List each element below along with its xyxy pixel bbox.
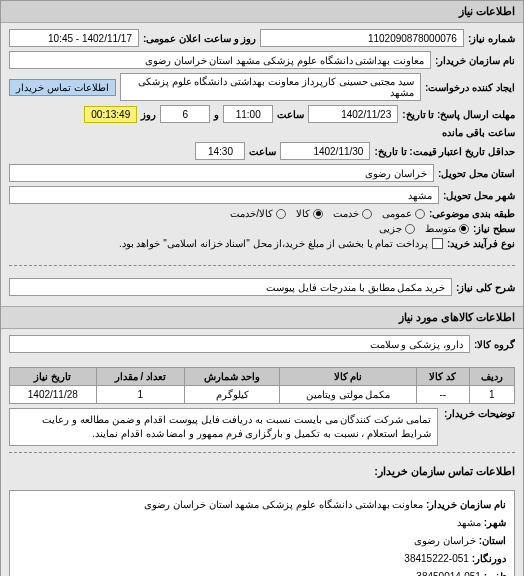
group-field: دارو، پزشکی و سلامت [9,335,470,353]
table-header-row: ردیف کد کالا نام کالا واحد شمارش تعداد /… [10,368,515,386]
need-level-radios: متوسط جزیی [379,223,469,234]
c-org-value: معاونت بهداشتی دانشگاه علوم پزشکی مشهد ا… [144,499,423,510]
cell-date: 1402/11/28 [10,386,97,404]
th-row: ردیف [469,368,514,386]
th-name: نام کالا [280,368,417,386]
deadline-reply-time: 11:00 [223,105,273,123]
radio-mid-label: متوسط [425,223,456,234]
buyer-label: نام سازمان خریدار: [435,55,515,66]
process-checkbox-text: پرداخت تمام یا بخشی از مبلغ خرید،از محل … [119,238,428,249]
general-desc-field: خرید مکمل مطابق با مندرجات فایل پیوست [9,278,452,296]
th-code: کد کالا [417,368,469,386]
radio-goods-label: کالا [296,208,310,219]
contact-buyer-button[interactable]: اطلاعات تماس خریدار [9,79,116,96]
group-label: گروه کالا: [474,339,515,350]
cell-code: -- [417,386,469,404]
remaining-time: 00:13:49 [84,106,137,123]
requester-field: سید مجتبی حسینی کارپرداز معاونت بهداشتی … [120,73,422,101]
cell-qty: 1 [96,386,184,404]
c-fax-label: دورنگار: [472,553,506,564]
province-field: خراسان رضوی [9,164,434,182]
table-row: 1 -- مکمل مولتی ویتامین کیلوگرم 1 1402/1… [10,386,515,404]
c-city-label: شهر: [484,517,506,528]
need-level-label: سطح نیاز: [473,223,515,234]
c-tel-value: 051-38450014 [416,571,481,576]
subject-class-radios: عمومی خدمت کالا کالا/خدمت [230,208,425,219]
radio-service[interactable] [362,209,372,219]
contact-header: اطلاعات تماس سازمان خریدار: [374,465,515,477]
radio-partial-label: جزیی [379,223,402,234]
days-prefix: و [214,109,219,120]
deadline-reply-label: مهلت ارسال پاسخ: تا تاریخ: [402,109,515,120]
announce-field: 1402/11/17 - 10:45 [9,29,139,47]
process-label: نوع فرآیند خرید: [447,238,515,249]
buyer-field: معاونت بهداشتی دانشگاه علوم پزشکی مشهد ا… [9,51,431,69]
c-fax-value: 051-38415222 [404,553,469,564]
th-unit: واحد شمارش [185,368,280,386]
divider-2 [9,452,515,453]
province-label: استان محل تحویل: [438,168,515,179]
time-label-1: ساعت [277,109,304,120]
cell-row: 1 [469,386,514,404]
radio-goods[interactable] [313,209,323,219]
radio-goods-service-label: کالا/خدمت [230,208,273,219]
page-title: اطلاعات نیاز [1,1,523,23]
days-field: 6 [160,105,210,123]
c-org-label: نام سازمان خریدار: [426,499,506,510]
need-number-label: شماره نیاز: [468,33,515,44]
notes-label: توضیحات خریدار: [444,408,515,419]
remaining-label: ساعت باقی مانده [442,127,515,138]
radio-general[interactable] [415,209,425,219]
radio-partial[interactable] [405,224,415,234]
notes-text: تمامی شرکت کنندگان می بایست نسبت به دریا… [9,408,438,446]
radio-mid[interactable] [459,224,469,234]
requester-label: ایجاد کننده درخواست: [425,82,515,93]
days-suffix: روز [141,109,156,120]
process-checkbox[interactable] [432,238,443,249]
c-tel-label: تلفن: [484,571,506,576]
items-table: ردیف کد کالا نام کالا واحد شمارش تعداد /… [9,367,515,404]
contact-block: نام سازمان خریدار: معاونت بهداشتی دانشگا… [9,490,515,576]
valid-until-time: 14:30 [195,142,245,160]
time-label-2: ساعت [249,146,276,157]
city-field: مشهد [9,186,439,204]
c-province-label: استان: [479,535,506,546]
deadline-reply-date: 1402/11/23 [308,105,398,123]
subject-class-label: طبقه بندی موضوعی: [429,208,515,219]
radio-general-label: عمومی [382,208,412,219]
cell-name: مکمل مولتی ویتامین [280,386,417,404]
c-city-value: مشهد [457,517,481,528]
divider-1 [9,265,515,266]
valid-until-label: حداقل تاریخ اعتبار قیمت: تا تاریخ: [374,146,515,157]
city-label: شهر محل تحویل: [443,190,515,201]
announce-label: روز و ساعت اعلان عمومی: [143,33,256,44]
th-date: تاریخ نیاز [10,368,97,386]
general-desc-label: شرح کلی نیاز: [456,282,515,293]
items-header: اطلاعات کالاهای مورد نیاز [1,306,523,329]
radio-service-label: خدمت [333,208,359,219]
valid-until-date: 1402/11/30 [280,142,370,160]
radio-goods-service[interactable] [276,209,286,219]
c-province-value: خراسان رضوی [414,535,476,546]
th-qty: تعداد / مقدار [96,368,184,386]
cell-unit: کیلوگرم [185,386,280,404]
need-number-field: 1102090878000076 [260,29,463,47]
